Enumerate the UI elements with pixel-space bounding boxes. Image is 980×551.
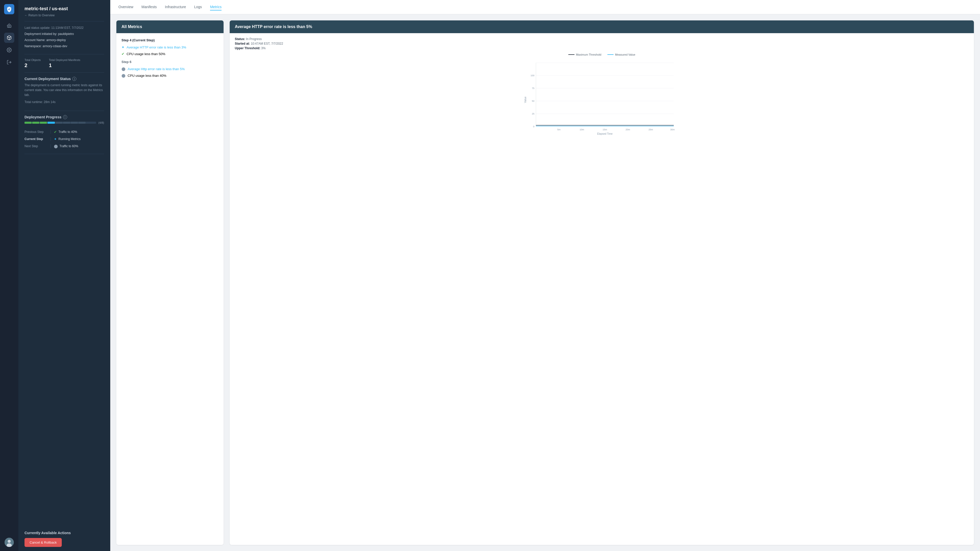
- progress-bar: [24, 122, 96, 124]
- all-metrics-card-header: All Metrics: [116, 21, 224, 33]
- account-name-text: Account Name: armory-deploy: [24, 38, 104, 42]
- legend-line-black: [568, 54, 574, 55]
- detail-card-body: Status: In Progress Started at: 10:47AM …: [230, 33, 974, 146]
- progress-seg-6: [63, 122, 70, 124]
- logo: [4, 4, 14, 14]
- cancel-rollback-button[interactable]: Cancel & Rollback: [24, 538, 62, 547]
- detail-status: Status: In Progress: [235, 37, 969, 41]
- step-next-value: ⬤ Traffic to 60%: [54, 144, 78, 148]
- deployment-by-text: Deployment initiated by: pauldipietro: [24, 32, 104, 36]
- progress-seg-2: [32, 122, 39, 124]
- cube-nav-icon[interactable]: [4, 33, 14, 43]
- progress-fraction: (4/8): [98, 121, 104, 124]
- tab-infrastructure[interactable]: Infrastructure: [165, 4, 186, 11]
- actions-title: Currently Available Actions: [24, 531, 104, 535]
- detail-threshold: Upper Threshold: 3%: [235, 46, 969, 50]
- chart-wrap: Value 0 25 50: [235, 58, 969, 141]
- svg-text:25: 25: [532, 113, 535, 115]
- svg-text:20m: 20m: [625, 128, 630, 131]
- progress-info-icon[interactable]: i: [63, 115, 67, 119]
- top-nav: Overview Manifests Infrastructure Logs M…: [110, 0, 980, 14]
- home-nav-icon[interactable]: [4, 21, 14, 30]
- gray-circle-icon: ⬤: [54, 144, 58, 148]
- metric-item-1: ✦ Average HTTP error rate is less than 3…: [121, 45, 218, 49]
- svg-text:10m: 10m: [579, 128, 584, 131]
- step-list: Previous Step ✔ Traffic to 40% Current S…: [18, 126, 110, 154]
- svg-text:Elapsed Time: Elapsed Time: [597, 132, 613, 135]
- metric-text-2: CPU usage less than 50%: [127, 52, 165, 56]
- progress-bar-container: (4/8): [18, 121, 110, 126]
- namespace-text: Namespace: armory-cdaas-dev: [24, 44, 104, 48]
- runtime-text: Total runtime: 28m 14s: [24, 100, 104, 105]
- svg-text:Value: Value: [524, 97, 527, 103]
- progress-seg-7: [71, 122, 78, 124]
- progress-seg-4: [48, 122, 55, 124]
- metric-item-2: ✔ CPU usage less than 50%: [121, 52, 218, 56]
- blue-spinner-metric-icon: ✦: [121, 45, 124, 49]
- tab-overview[interactable]: Overview: [118, 4, 133, 11]
- tab-logs[interactable]: Logs: [194, 4, 202, 11]
- all-metrics-card: All Metrics Step 4 (Current Step) ✦ Aver…: [116, 21, 224, 545]
- metric-link-1[interactable]: Average HTTP error rate is less than 3%: [127, 45, 186, 49]
- metrics-chart: Value 0 25 50: [235, 60, 965, 137]
- gray-circle-metric-icon-1: ⬤: [121, 67, 126, 71]
- user-avatar[interactable]: [5, 538, 14, 547]
- left-panel: metric-test / us-east ← Return to Overvi…: [18, 0, 110, 551]
- step6-separator: Step 6: [121, 60, 218, 64]
- svg-text:30m: 30m: [670, 128, 675, 131]
- tab-manifests[interactable]: Manifests: [142, 4, 157, 11]
- step4-heading: Step 4 (Current Step): [121, 38, 218, 42]
- total-manifests-label: Total Deployed Manifests: [49, 59, 80, 62]
- detail-card-header: Average HTTP error rate is less than 5%: [230, 21, 974, 33]
- total-objects-value: 2: [24, 62, 41, 68]
- progress-seg-3: [40, 122, 47, 124]
- svg-text:25m: 25m: [649, 128, 653, 131]
- deployment-status-info-icon[interactable]: i: [72, 77, 76, 81]
- progress-title: Deployment Progress i: [18, 111, 110, 121]
- page-title: metric-test / us-east: [24, 6, 104, 11]
- legend-max-threshold: Maximum Threshold: [568, 53, 601, 56]
- step-row-next: Next Step ⬤ Traffic to 60%: [24, 143, 104, 150]
- gray-circle-metric-icon-2: ⬤: [121, 73, 126, 78]
- deployment-status-desc: The deployment is current running metric…: [24, 83, 104, 98]
- gear-nav-icon[interactable]: [4, 45, 14, 55]
- stats-row: Total Objects 2 Total Deployed Manifests…: [18, 54, 110, 73]
- svg-text:0: 0: [533, 125, 535, 128]
- progress-seg-1: [24, 122, 32, 124]
- step6-heading: Step 6: [121, 60, 218, 64]
- svg-text:100: 100: [531, 74, 535, 77]
- step-current-label: Current Step: [24, 137, 48, 141]
- legend-measured-value: Measured Value: [608, 53, 635, 56]
- meta-section: Last status update: 11:13AM EST, 7/7/202…: [18, 21, 110, 54]
- step-next-label: Next Step: [24, 144, 48, 148]
- actions-section: Currently Available Actions Cancel & Rol…: [18, 527, 110, 551]
- total-manifests-value: 1: [49, 62, 80, 68]
- deployment-status-title: Current Deployment Status i: [18, 73, 110, 83]
- left-panel-header: metric-test / us-east ← Return to Overvi…: [18, 0, 110, 21]
- step-row-current: Current Step ✦ Running Metrics: [24, 135, 104, 143]
- green-check-metric-icon: ✔: [121, 52, 124, 56]
- total-objects-stat: Total Objects 2: [24, 59, 41, 68]
- chart-legend: Maximum Threshold Measured Value: [235, 53, 969, 56]
- metric-item-4: ⬤ CPU usage less than 40%: [121, 73, 218, 78]
- total-manifests-stat: Total Deployed Manifests 1: [49, 59, 80, 68]
- tab-metrics[interactable]: Metrics: [210, 4, 221, 11]
- step-row-previous: Previous Step ✔ Traffic to 40%: [24, 128, 104, 135]
- progress-seg-5: [56, 122, 62, 124]
- detail-started: Started at: 10:47AM EST, 7/7/2022: [235, 42, 969, 45]
- step-previous-label: Previous Step: [24, 130, 48, 134]
- metric-link-3[interactable]: Average Http error rate is less than 5%: [127, 67, 185, 71]
- step-current-value: ✦ Running Metrics: [54, 137, 81, 141]
- svg-text:15m: 15m: [603, 128, 607, 131]
- return-to-overview-link[interactable]: ← Return to Overview: [24, 14, 104, 17]
- green-check-icon: ✔: [54, 130, 57, 134]
- deployment-status-body: The deployment is current running metric…: [18, 83, 110, 111]
- svg-point-1: [9, 49, 10, 51]
- logout-nav-icon[interactable]: [4, 57, 14, 67]
- svg-text:50: 50: [532, 100, 535, 102]
- content-area: All Metrics Step 4 (Current Step) ✦ Aver…: [110, 14, 980, 551]
- legend-line-teal: [608, 54, 614, 55]
- svg-point-4: [8, 540, 11, 543]
- metric-item-3: ⬤ Average Http error rate is less than 5…: [121, 67, 218, 71]
- total-objects-label: Total Objects: [24, 59, 41, 62]
